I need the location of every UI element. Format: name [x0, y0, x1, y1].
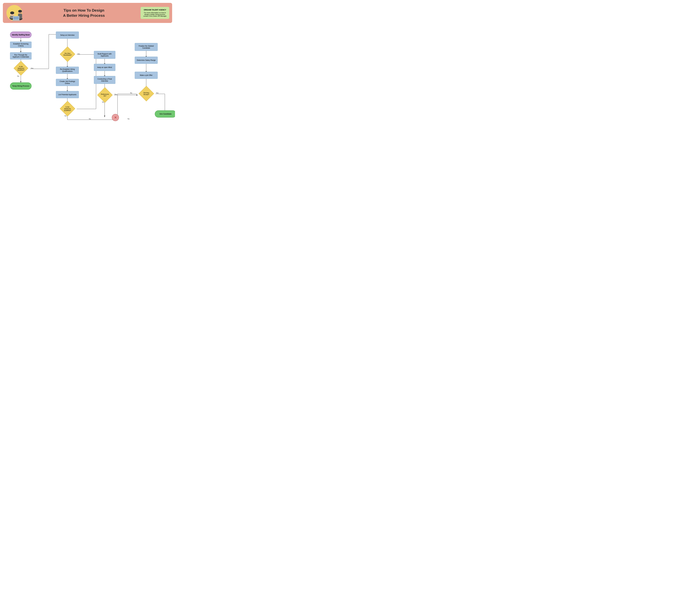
no-label-bottom-right: No — [128, 118, 130, 120]
no-label-accepted: No — [130, 92, 132, 94]
build-rapport: Build Rapport with Applicants — [94, 51, 115, 59]
hire-candidate: hire Candidate — [155, 110, 175, 118]
header: Tips on How To Design A Better Hiring Pr… — [3, 3, 172, 23]
header-illustration — [6, 4, 27, 22]
determine-salary: Determine Salary Range — [135, 57, 158, 64]
yes-label-accepted: Yes — [156, 92, 159, 94]
temp-hiring-process: Temp Hiring Process — [10, 82, 32, 90]
references-ok: References Ok? — [97, 87, 112, 103]
flowchart: Identify Staffing Need Establish Screeni… — [3, 26, 172, 151]
info-box: ORIGAMI TALENT AGENCY For more informati… — [141, 7, 169, 19]
are-they-shortlisted: Are they Shortlisted? — [60, 46, 75, 62]
establish-screening-criteria: Establish Screening Criteria — [10, 41, 32, 48]
final-interview: Conducting a Final Interview — [94, 76, 115, 84]
setup-interview: Setup an Interview — [56, 32, 79, 39]
reestablish-qualifications: Re-Establish Hiring Qualifications — [56, 67, 79, 74]
list-potential-applicants: List Potential Applicants — [56, 91, 79, 98]
svg-point-8 — [18, 10, 22, 12]
yes-label-1: Yes — [31, 67, 33, 69]
info-description: For more information on how to design a … — [143, 12, 167, 17]
no-label-2: No — [65, 115, 67, 117]
yes-label-shortlisted: Yes — [77, 53, 80, 55]
keep-open-mind: keep an open Mind — [94, 64, 115, 71]
finalize-candidate: Finalize the Seleted Candidate — [135, 43, 158, 51]
svg-point-4 — [10, 11, 14, 14]
create-job-postings: Create Job Postings Online — [56, 79, 79, 86]
identify-staffing-need: Identify Staffing Need — [10, 32, 32, 38]
is-applicant-qualified-1: Is the Applicant Qualified? — [13, 61, 28, 75]
no-label-references: No — [102, 101, 104, 103]
make-job-offer: Make a job Offer — [135, 72, 158, 79]
yes-label-references: Yes — [114, 94, 117, 95]
svg-rect-11 — [12, 20, 20, 21]
company-name: ORIGAMI TALENT AGENCY — [143, 9, 167, 11]
terminate-circle: ✕ — [112, 114, 119, 121]
is-applicant-qualified-2: Is the Applicant Qualified? — [60, 101, 75, 116]
header-title: Tips on How To Design A Better Hiring Pr… — [30, 8, 138, 18]
svg-rect-10 — [13, 16, 19, 20]
run-through-credentials: Run Through the Applicat's Credentials — [10, 52, 32, 60]
no-label-1: No — [17, 75, 19, 77]
did-they-accept: Did they Accept? — [139, 86, 154, 101]
no-label-bottom-left: No — [89, 118, 91, 120]
